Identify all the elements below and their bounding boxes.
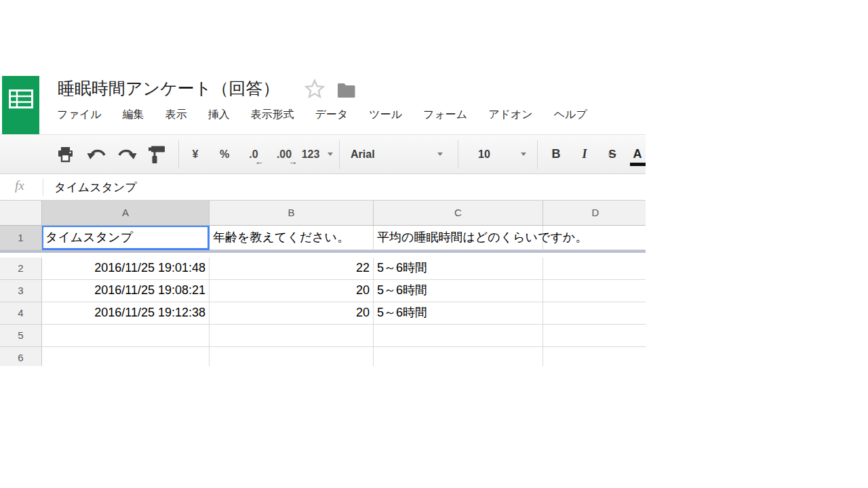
bold-button[interactable]: B (542, 135, 570, 174)
chevron-down-icon (328, 152, 333, 156)
cell-A2[interactable]: 2016/11/25 19:01:48 (42, 258, 210, 280)
font-size-select[interactable]: 10 (461, 135, 536, 174)
star-button[interactable] (304, 78, 327, 101)
toolbar-separator (178, 140, 179, 169)
formula-bar-separator (43, 179, 43, 196)
menu-item-9[interactable]: アドオン (488, 108, 533, 122)
number-format-button[interactable]: 123 (297, 135, 324, 174)
toolbar-separator (458, 140, 458, 169)
column-header-B[interactable]: B (210, 201, 374, 226)
menu-item-6[interactable]: データ (315, 108, 349, 122)
font-family-select[interactable]: Arial (342, 135, 456, 174)
cell-C2[interactable]: 5～6時間 (374, 258, 543, 280)
currency-format-button[interactable]: ¥ (182, 135, 209, 174)
cell-B1[interactable]: 年齢を教えてください。 (210, 226, 374, 250)
undo-button[interactable] (83, 135, 111, 174)
cell-D4[interactable] (543, 302, 646, 325)
decrease-decimal-button[interactable]: .0← (240, 135, 267, 174)
row-header-4[interactable]: 4 (0, 302, 42, 325)
row-header-1[interactable]: 1 (0, 226, 42, 250)
italic-button[interactable]: I (571, 135, 598, 174)
fx-icon: fx (15, 178, 24, 193)
text-color-button[interactable]: A (624, 135, 646, 174)
menu-item-5[interactable]: 表示形式 (251, 108, 294, 122)
cell-A4[interactable]: 2016/11/25 19:12:38 (42, 302, 210, 325)
cell-C4[interactable]: 5～6時間 (374, 302, 543, 325)
toolbar-separator (339, 140, 340, 169)
percent-format-button[interactable]: % (212, 135, 237, 174)
cell-A3[interactable]: 2016/11/25 19:08:21 (42, 280, 210, 302)
row-header-5[interactable]: 5 (0, 325, 42, 347)
row-header-3[interactable]: 3 (0, 280, 42, 302)
row-header-2[interactable]: 2 (0, 258, 42, 280)
column-header-C[interactable]: C (374, 201, 543, 226)
arrow-left-icon: ← (255, 157, 264, 167)
undo-icon (87, 147, 107, 162)
toolbar-separator (537, 140, 538, 169)
menu-bar: ファイル編集表示挿入表示形式データツールフォームアドオンヘルプ (57, 108, 587, 122)
select-all-corner[interactable] (0, 201, 42, 226)
cell-C5[interactable] (374, 325, 543, 347)
cell-C3[interactable]: 5～6時間 (374, 280, 543, 302)
move-to-folder-button[interactable] (336, 81, 359, 101)
star-icon (304, 78, 326, 100)
number-format-dropdown[interactable] (326, 135, 335, 174)
cell-B3[interactable]: 20 (210, 280, 374, 302)
menu-item-8[interactable]: フォーム (423, 108, 467, 122)
print-icon (56, 146, 75, 163)
table-row: 32016/11/25 19:08:21205～6時間 (0, 280, 646, 302)
row-header-6[interactable]: 6 (0, 347, 42, 366)
text-color-swatch (630, 163, 646, 166)
strikethrough-button[interactable]: S (599, 135, 625, 174)
table-row: 42016/11/25 19:12:38205～6時間 (0, 302, 646, 325)
table-row: 5 (0, 325, 646, 347)
toolbar: ¥ % .0← .00→ 123 Arial 10 B I S A (0, 134, 646, 174)
cell-D3[interactable] (543, 280, 646, 302)
formula-bar: fx タイムスタンプ (0, 174, 646, 201)
column-header-A[interactable]: A (42, 201, 210, 226)
cell-B4[interactable]: 20 (210, 302, 374, 325)
table-row: 22016/11/25 19:01:48225～6時間 (0, 258, 646, 280)
document-title[interactable]: 睡眠時間アンケート（回答） (58, 77, 279, 100)
cell-B5[interactable] (210, 325, 374, 347)
table-row: 6 (0, 347, 646, 366)
redo-icon (117, 147, 137, 162)
chevron-down-icon (521, 152, 526, 156)
cell-B2[interactable]: 22 (210, 258, 374, 280)
frozen-row-divider (0, 250, 646, 258)
menu-item-2[interactable]: 編集 (123, 108, 144, 122)
folder-icon (336, 81, 357, 99)
cell-D6[interactable] (543, 347, 646, 366)
cell-A5[interactable] (42, 325, 210, 347)
cell-B6[interactable] (210, 347, 374, 366)
spreadsheet-app: 睡眠時間アンケート（回答） ファイル編集表示挿入表示形式データツールフォームアド… (0, 0, 646, 366)
cell-A6[interactable] (42, 347, 210, 366)
paint-format-button[interactable] (142, 135, 171, 174)
increase-decimal-button[interactable]: .00→ (269, 135, 299, 174)
cell-D2[interactable] (543, 258, 646, 280)
menu-item-3[interactable]: 表示 (165, 108, 187, 122)
menu-item-1[interactable]: ファイル (57, 108, 102, 122)
column-header-D[interactable]: D (543, 201, 646, 226)
paint-roller-icon (148, 144, 165, 165)
arrow-right-icon: → (288, 157, 297, 167)
redo-button[interactable] (113, 135, 141, 174)
table-row: 1タイムスタンプ年齢を教えてください。平均の睡眠時間はどのくらいですか。 (0, 226, 646, 250)
menu-item-4[interactable]: 挿入 (208, 108, 230, 122)
cell-D5[interactable] (543, 325, 646, 347)
chevron-down-icon (437, 152, 443, 156)
sheets-logo[interactable] (2, 76, 39, 135)
cell-C1[interactable]: 平均の睡眠時間はどのくらいですか。 (374, 226, 543, 250)
spreadsheet-grid: ABCD1タイムスタンプ年齢を教えてください。平均の睡眠時間はどのくらいですか。… (0, 201, 646, 366)
formula-input[interactable]: タイムスタンプ (54, 180, 137, 195)
menu-item-10[interactable]: ヘルプ (554, 108, 587, 122)
cell-A1[interactable]: タイムスタンプ (42, 226, 210, 250)
sheets-grid-icon (9, 89, 33, 109)
menu-item-7[interactable]: ツール (369, 108, 402, 122)
cell-C6[interactable] (374, 347, 543, 366)
print-button[interactable] (52, 135, 79, 174)
